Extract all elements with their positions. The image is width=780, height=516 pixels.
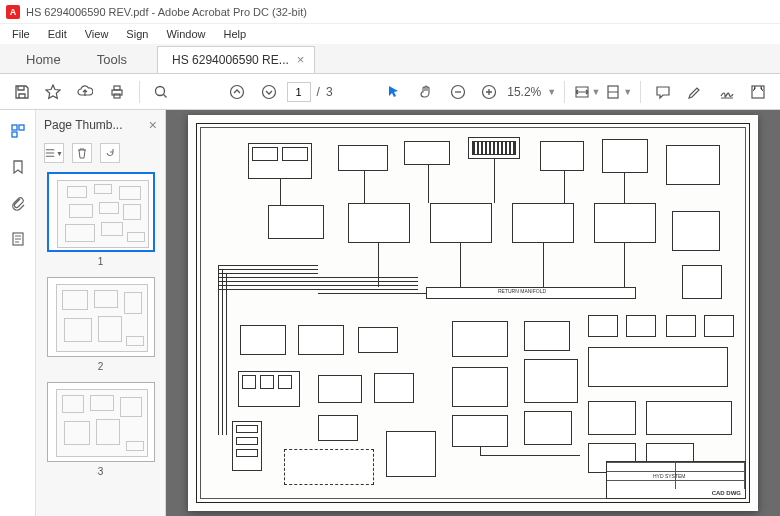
menu-sign[interactable]: Sign [118, 26, 156, 42]
schematic-block [284, 449, 374, 485]
hand-tool[interactable] [412, 78, 440, 106]
schematic-wire [218, 265, 219, 435]
save-button[interactable] [8, 78, 36, 106]
zoom-in-button[interactable] [476, 78, 504, 106]
page-down-button[interactable] [255, 78, 283, 106]
pdf-page: RETURN MANIFOLD [188, 115, 758, 511]
svg-rect-1 [114, 86, 120, 90]
tabbar: Home Tools HS 6294006590 RE... × [0, 44, 780, 74]
page-total: 3 [326, 85, 333, 99]
schematic-block [704, 315, 734, 337]
menu-view[interactable]: View [77, 26, 117, 42]
schematic-wire [624, 243, 625, 287]
schematic-block [524, 359, 578, 403]
schematic-block [268, 205, 324, 239]
schematic-wire [480, 455, 580, 456]
thumbnails-toolbar: ▼ [36, 140, 165, 166]
separator [139, 81, 140, 103]
schematic-block [240, 325, 286, 355]
svg-point-3 [156, 86, 165, 95]
chevron-down-icon: ▼ [547, 87, 556, 97]
page-indicator: / 3 [287, 82, 333, 102]
highlight-button[interactable] [681, 78, 709, 106]
comment-button[interactable] [649, 78, 677, 106]
schematic-block [540, 141, 584, 171]
menu-help[interactable]: Help [216, 26, 255, 42]
schematic-block [242, 375, 256, 389]
schematic-block [524, 411, 572, 445]
layers-rail-button[interactable] [7, 228, 29, 250]
thumbnails-list[interactable]: 1 2 [36, 166, 165, 516]
menu-window[interactable]: Window [158, 26, 213, 42]
schematic-block [472, 141, 516, 155]
schematic-block [682, 265, 722, 299]
thumbnails-rail-button[interactable] [7, 120, 29, 142]
schematic-wire [624, 173, 625, 203]
return-manifold-label: RETURN MANIFOLD [498, 289, 546, 294]
tab-document[interactable]: HS 6294006590 RE... × [157, 46, 315, 73]
schematic-block [430, 203, 492, 243]
svg-point-4 [231, 85, 244, 98]
document-area[interactable]: RETURN MANIFOLD [166, 110, 780, 516]
thumbnail-page-3[interactable]: 3 [44, 382, 157, 477]
schematic-wire [364, 171, 365, 203]
chevron-down-icon: ▼ [592, 87, 601, 97]
bookmarks-rail-button[interactable] [7, 156, 29, 178]
page-number-input[interactable] [287, 82, 311, 102]
schematic-block [452, 415, 508, 447]
schematic-wire [494, 159, 495, 203]
svg-rect-12 [12, 132, 17, 137]
schematic-block [348, 203, 410, 243]
zoom-value: 15.2% [507, 85, 541, 99]
schematic-wire [460, 243, 461, 287]
schematic-block [236, 449, 258, 457]
print-button[interactable] [103, 78, 131, 106]
schematic-block [282, 147, 308, 161]
search-button[interactable] [148, 78, 176, 106]
schematic-wire [564, 171, 565, 203]
thumbnails-title: Page Thumb... [44, 118, 123, 132]
schematic-block [594, 203, 656, 243]
svg-rect-11 [19, 125, 24, 130]
zoom-out-button[interactable] [444, 78, 472, 106]
tab-home[interactable]: Home [8, 46, 79, 73]
menubar: File Edit View Sign Window Help [0, 24, 780, 44]
schematic-wire [218, 265, 318, 266]
thumb-delete-button[interactable] [72, 143, 92, 163]
stamp-button[interactable] [744, 78, 772, 106]
fit-width-button[interactable]: ▼ [573, 78, 601, 106]
schematic-block [236, 425, 258, 433]
tab-close-button[interactable]: × [297, 52, 305, 67]
selection-tool[interactable] [381, 78, 409, 106]
tab-tools[interactable]: Tools [79, 46, 145, 73]
menu-edit[interactable]: Edit [40, 26, 75, 42]
page-display-button[interactable]: ▼ [605, 78, 633, 106]
schematic-block [278, 375, 292, 389]
schematic-wire [218, 281, 418, 282]
schematic-block [260, 375, 274, 389]
schematic-wire [218, 277, 418, 278]
titlebar: A HS 6294006590 REV.pdf - Adobe Acrobat … [0, 0, 780, 24]
thumbnail-label: 2 [44, 361, 157, 372]
page-up-button[interactable] [223, 78, 251, 106]
separator [640, 81, 641, 103]
schematic-block [666, 315, 696, 337]
schematic-block [404, 141, 450, 165]
thumbnail-page-1[interactable]: 1 [44, 172, 157, 267]
attachments-rail-button[interactable] [7, 192, 29, 214]
thumbnail-label: 3 [44, 466, 157, 477]
thumbnail-page-2[interactable]: 2 [44, 277, 157, 372]
close-panel-button[interactable]: × [149, 117, 157, 133]
zoom-dropdown[interactable]: 15.2% ▼ [507, 85, 556, 99]
schematic-block [588, 315, 618, 337]
schematic-wire [218, 269, 318, 270]
thumb-rotate-button[interactable] [100, 143, 120, 163]
sign-button[interactable] [713, 78, 741, 106]
thumb-options-button[interactable]: ▼ [44, 143, 64, 163]
menu-file[interactable]: File [4, 26, 38, 42]
cloud-upload-button[interactable] [71, 78, 99, 106]
star-button[interactable] [40, 78, 68, 106]
schematic-block [252, 147, 278, 161]
toolbar: / 3 15.2% ▼ ▼ ▼ [0, 74, 780, 110]
schematic-block [588, 347, 728, 387]
